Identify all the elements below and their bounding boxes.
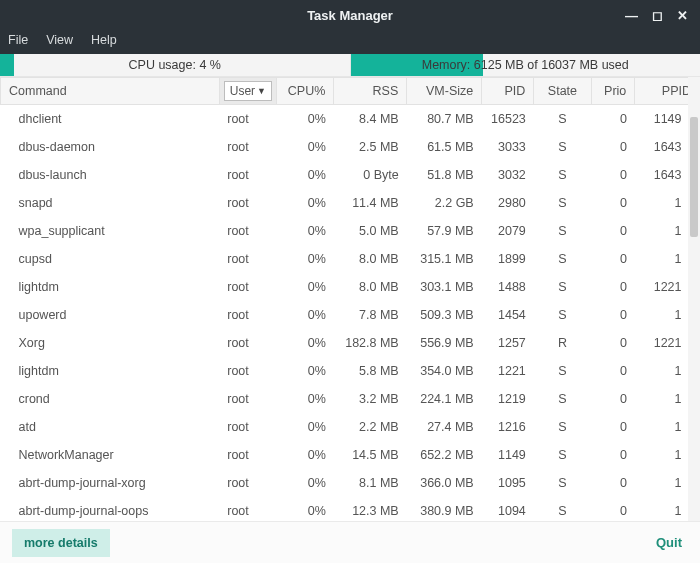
cell-rss: 8.0 MB: [334, 273, 407, 301]
cell-vm: 303.1 MB: [407, 273, 482, 301]
menu-view[interactable]: View: [46, 33, 73, 47]
cell-pid: 1221: [482, 357, 534, 385]
table-row[interactable]: lightdmroot0%8.0 MB303.1 MB1488S01221: [1, 273, 700, 301]
close-icon[interactable]: ✕: [677, 8, 688, 23]
table-row[interactable]: dbus-launchroot0%0 Byte51.8 MB3032S01643: [1, 161, 700, 189]
col-cpu[interactable]: CPU%: [277, 78, 334, 105]
cell-command: NetworkManager: [1, 441, 220, 469]
table-row[interactable]: Xorgroot0%182.8 MB556.9 MB1257R01221: [1, 329, 700, 357]
cell-state: S: [534, 273, 591, 301]
cpu-meter-fill: [0, 54, 14, 76]
cell-vm: 80.7 MB: [407, 105, 482, 133]
cell-command: crond: [1, 385, 220, 413]
cell-cpu: 0%: [277, 245, 334, 273]
cell-pid: 1454: [482, 301, 534, 329]
table-row[interactable]: snapdroot0%11.4 MB2.2 GB2980S01: [1, 189, 700, 217]
table-row[interactable]: upowerdroot0%7.8 MB509.3 MB1454S01: [1, 301, 700, 329]
cell-rss: 11.4 MB: [334, 189, 407, 217]
cell-state: S: [534, 161, 591, 189]
cell-state: S: [534, 413, 591, 441]
quit-button[interactable]: Quit: [650, 528, 688, 557]
cell-cpu: 0%: [277, 357, 334, 385]
table-row[interactable]: crondroot0%3.2 MB224.1 MB1219S01: [1, 385, 700, 413]
cell-pid: 2980: [482, 189, 534, 217]
process-table-wrap: Command User ▼ CPU% RSS VM-Size PID Stat…: [0, 76, 700, 521]
menu-file[interactable]: File: [8, 33, 28, 47]
table-row[interactable]: dhclientroot0%8.4 MB80.7 MB16523S01149: [1, 105, 700, 133]
window-title: Task Manager: [0, 8, 700, 23]
cell-user: root: [219, 385, 276, 413]
table-row[interactable]: dbus-daemonroot0%2.5 MB61.5 MB3033S01643: [1, 133, 700, 161]
scrollbar[interactable]: [688, 77, 700, 521]
cell-user: root: [219, 133, 276, 161]
menubar: File View Help: [0, 30, 700, 54]
cell-rss: 8.4 MB: [334, 105, 407, 133]
table-row[interactable]: cupsdroot0%8.0 MB315.1 MB1899S01: [1, 245, 700, 273]
col-prio[interactable]: Prio: [591, 78, 635, 105]
user-select[interactable]: User ▼: [224, 81, 272, 101]
process-table: Command User ▼ CPU% RSS VM-Size PID Stat…: [0, 77, 700, 521]
col-user[interactable]: User ▼: [219, 78, 276, 105]
table-row[interactable]: abrt-dump-journal-oopsroot0%12.3 MB380.9…: [1, 497, 700, 522]
memory-meter[interactable]: Memory: 6125 MB of 16037 MB used: [351, 54, 701, 76]
scrollbar-thumb[interactable]: [690, 117, 698, 237]
cell-pid: 3033: [482, 133, 534, 161]
col-command[interactable]: Command: [1, 78, 220, 105]
cell-state: S: [534, 497, 591, 522]
cell-cpu: 0%: [277, 273, 334, 301]
cell-user: root: [219, 329, 276, 357]
minimize-icon[interactable]: —: [625, 8, 638, 23]
table-row[interactable]: atdroot0%2.2 MB27.4 MB1216S01: [1, 413, 700, 441]
cell-cpu: 0%: [277, 385, 334, 413]
cell-rss: 8.0 MB: [334, 245, 407, 273]
col-vm[interactable]: VM-Size: [407, 78, 482, 105]
cell-vm: 652.2 MB: [407, 441, 482, 469]
cell-pid: 16523: [482, 105, 534, 133]
col-state[interactable]: State: [534, 78, 591, 105]
table-row[interactable]: abrt-dump-journal-xorgroot0%8.1 MB366.0 …: [1, 469, 700, 497]
cell-command: dbus-daemon: [1, 133, 220, 161]
cell-user: root: [219, 217, 276, 245]
cell-rss: 5.8 MB: [334, 357, 407, 385]
more-details-button[interactable]: more details: [12, 529, 110, 557]
cell-vm: 380.9 MB: [407, 497, 482, 522]
cell-state: S: [534, 357, 591, 385]
menu-help[interactable]: Help: [91, 33, 117, 47]
cell-command: dbus-launch: [1, 161, 220, 189]
cell-pid: 2079: [482, 217, 534, 245]
col-rss[interactable]: RSS: [334, 78, 407, 105]
table-row[interactable]: NetworkManagerroot0%14.5 MB652.2 MB1149S…: [1, 441, 700, 469]
cell-vm: 61.5 MB: [407, 133, 482, 161]
cell-vm: 27.4 MB: [407, 413, 482, 441]
cell-rss: 12.3 MB: [334, 497, 407, 522]
cell-cpu: 0%: [277, 133, 334, 161]
cell-user: root: [219, 189, 276, 217]
col-pid[interactable]: PID: [482, 78, 534, 105]
cell-pid: 1149: [482, 441, 534, 469]
cell-cpu: 0%: [277, 413, 334, 441]
cell-pid: 1899: [482, 245, 534, 273]
table-row[interactable]: wpa_supplicantroot0%5.0 MB57.9 MB2079S01: [1, 217, 700, 245]
user-select-label: User: [230, 84, 255, 98]
cell-user: root: [219, 301, 276, 329]
memory-meter-label: Memory: 6125 MB of 16037 MB used: [422, 58, 629, 72]
cell-rss: 2.5 MB: [334, 133, 407, 161]
chevron-down-icon: ▼: [257, 86, 266, 96]
cell-rss: 8.1 MB: [334, 469, 407, 497]
cell-pid: 3032: [482, 161, 534, 189]
cell-rss: 7.8 MB: [334, 301, 407, 329]
table-row[interactable]: lightdmroot0%5.8 MB354.0 MB1221S01: [1, 357, 700, 385]
cell-command: cupsd: [1, 245, 220, 273]
cell-prio: 0: [591, 413, 635, 441]
cell-vm: 51.8 MB: [407, 161, 482, 189]
cell-prio: 0: [591, 301, 635, 329]
cpu-meter-label: CPU usage: 4 %: [129, 58, 221, 72]
cell-state: R: [534, 329, 591, 357]
cpu-meter[interactable]: CPU usage: 4 %: [0, 54, 351, 76]
cell-user: root: [219, 413, 276, 441]
cell-prio: 0: [591, 161, 635, 189]
cell-command: atd: [1, 413, 220, 441]
cell-cpu: 0%: [277, 441, 334, 469]
maximize-icon[interactable]: ◻: [652, 8, 663, 23]
cell-state: S: [534, 245, 591, 273]
